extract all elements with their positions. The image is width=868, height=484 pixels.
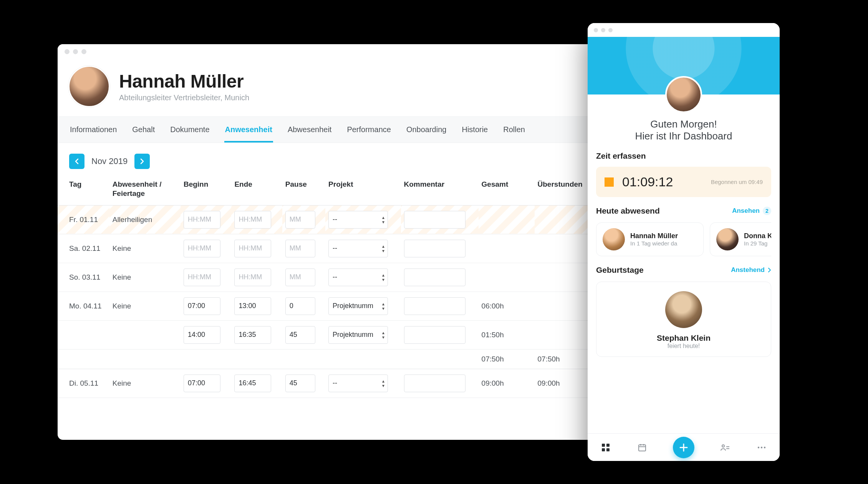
tab-people[interactable] <box>720 442 731 453</box>
time-input[interactable] <box>184 326 220 344</box>
time-input[interactable] <box>285 211 315 229</box>
svg-rect-4 <box>639 445 646 451</box>
prev-month-button[interactable] <box>69 154 84 169</box>
tab-more[interactable] <box>756 442 767 453</box>
tab-informationen[interactable]: Informationen <box>69 117 118 143</box>
comment-input[interactable] <box>404 269 465 286</box>
cell-day: So. 03.11 <box>58 263 109 292</box>
calendar-icon <box>638 443 647 452</box>
tab-calendar[interactable] <box>637 442 648 453</box>
tab-historie[interactable]: Historie <box>461 117 489 143</box>
cell-absence: Keine <box>109 263 181 292</box>
next-month-button[interactable] <box>134 154 150 169</box>
cell-gesamt: 06:00h <box>479 292 535 320</box>
time-input[interactable] <box>234 297 271 315</box>
profile-avatar[interactable] <box>68 66 110 107</box>
cell-day: Sa. 02.11 <box>58 234 109 263</box>
people-icon <box>720 444 730 451</box>
time-input[interactable] <box>234 211 271 229</box>
time-input[interactable] <box>285 375 315 392</box>
project-select[interactable]: --▴▾ <box>328 211 388 229</box>
svg-rect-3 <box>606 448 610 451</box>
col-projekt: Projekt <box>325 176 401 205</box>
mobile-avatar[interactable] <box>665 76 702 113</box>
chevron-right-icon <box>768 267 771 273</box>
cell-day: Di. 05.11 <box>58 369 109 398</box>
mobile-window: Guten Morgen! Hier ist Ihr Dashboard Zei… <box>588 23 780 461</box>
updown-icon: ▴▾ <box>382 244 384 253</box>
time-input[interactable] <box>184 297 220 315</box>
table-row: Fr. 01.11Allerheiligen--▴▾ <box>58 205 599 234</box>
cell-gesamt: 01:50h <box>479 320 535 349</box>
timer-card[interactable]: 01:09:12 Begonnen um 09:49 <box>596 167 771 197</box>
col-pause: Pause <box>282 176 325 205</box>
comment-input[interactable] <box>404 240 465 257</box>
absent-view-link[interactable]: Ansehen 2 <box>732 207 771 215</box>
comment-input[interactable] <box>404 297 465 315</box>
absent-title: Heute abwesend <box>596 206 660 215</box>
timer-started: Begonnen um 09:49 <box>711 179 763 185</box>
birthday-sub: feiert heute! <box>596 343 771 350</box>
chevron-left-icon <box>75 158 79 164</box>
tab-anwesenheit[interactable]: Anwesenheit <box>224 117 273 143</box>
time-input[interactable] <box>184 211 220 229</box>
mobile-window-controls[interactable] <box>588 23 780 37</box>
svg-rect-0 <box>602 444 605 447</box>
time-input[interactable] <box>184 269 220 286</box>
time-input[interactable] <box>234 269 271 286</box>
cell-absence <box>109 320 181 349</box>
absent-name: Hannah Müller <box>630 232 678 240</box>
tab-performance[interactable]: Performance <box>346 117 392 143</box>
absent-card[interactable]: Donna K In 29 Tag <box>710 222 771 256</box>
project-select[interactable]: Projektnumm▴▾ <box>328 297 388 315</box>
svg-point-8 <box>764 446 765 448</box>
tab-gehalt[interactable]: Gehalt <box>131 117 156 143</box>
mobile-tabbar <box>588 433 780 461</box>
project-value: Projektnumm <box>333 331 373 339</box>
birthdays-link-label: Anstehend <box>731 266 765 274</box>
window-controls[interactable] <box>65 49 90 56</box>
tab-dokumente[interactable]: Dokumente <box>169 117 210 143</box>
birthdays-view-link[interactable]: Anstehend <box>731 266 771 274</box>
sum-gesamt: 07:50h <box>479 349 535 369</box>
absent-sub: In 1 Tag wieder da <box>630 240 678 247</box>
cell-gesamt: 09:00h <box>479 369 535 398</box>
project-select[interactable]: --▴▾ <box>328 269 388 286</box>
table-row: Di. 05.11Keine--▴▾09:00h09:00h <box>58 369 599 398</box>
comment-input[interactable] <box>404 211 465 229</box>
stop-icon[interactable] <box>605 177 614 187</box>
time-input[interactable] <box>234 375 271 392</box>
fab-add[interactable] <box>673 437 694 458</box>
project-select[interactable]: Projektnumm▴▾ <box>328 326 388 344</box>
absent-card[interactable]: Hannah Müller In 1 Tag wieder da <box>596 222 704 256</box>
time-input[interactable] <box>285 326 315 344</box>
tab-onboarding[interactable]: Onboarding <box>406 117 447 143</box>
time-input[interactable] <box>285 240 315 257</box>
project-select[interactable]: --▴▾ <box>328 240 388 257</box>
col-kommentar: Kommentar <box>401 176 479 205</box>
cell-gesamt <box>479 263 535 292</box>
table-row: So. 03.11Keine--▴▾ <box>58 263 599 292</box>
time-input[interactable] <box>285 269 315 286</box>
time-input[interactable] <box>234 240 271 257</box>
avatar <box>716 228 739 250</box>
birthday-card[interactable]: Stephan Klein feiert heute! <box>596 282 771 357</box>
time-input[interactable] <box>184 375 220 392</box>
cell-absence: Keine <box>109 234 181 263</box>
absent-section: Heute abwesend Ansehen 2 Hannah Müller I… <box>588 197 780 256</box>
tab-abwesenheit[interactable]: Abwesenheit <box>287 117 333 143</box>
svg-point-6 <box>758 446 759 448</box>
comment-input[interactable] <box>404 326 465 344</box>
comment-input[interactable] <box>404 375 465 392</box>
chevron-right-icon <box>140 158 144 164</box>
greeting: Guten Morgen! Hier ist Ihr Dashboard <box>588 118 780 142</box>
time-input[interactable] <box>234 326 271 344</box>
time-input[interactable] <box>285 297 315 315</box>
project-select[interactable]: --▴▾ <box>328 375 388 392</box>
col-gesamt: Gesamt <box>479 176 535 205</box>
project-value: -- <box>333 244 337 252</box>
tab-dashboard[interactable] <box>600 442 611 453</box>
time-input[interactable] <box>184 240 220 257</box>
col-abwesenheit: Abwesenheit / Feiertage <box>109 176 181 205</box>
tab-rollen[interactable]: Rollen <box>502 117 526 143</box>
